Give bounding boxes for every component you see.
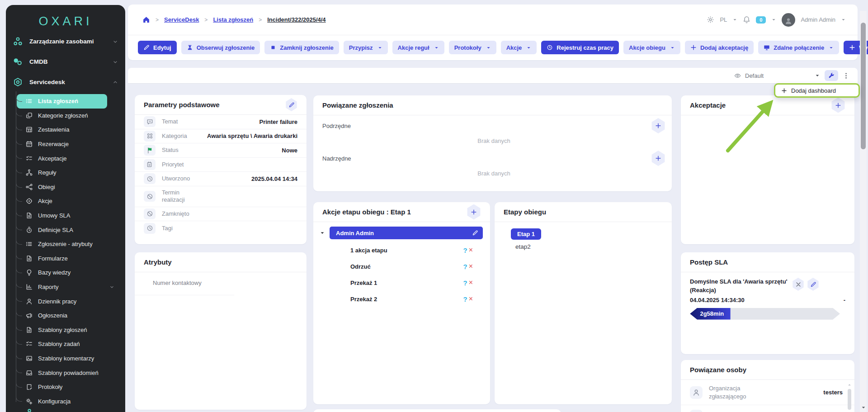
- breadcrumb-link-lista-zgloszen[interactable]: Lista zgłoszeń: [213, 16, 253, 23]
- rule-actions-button[interactable]: Akcje reguł: [392, 41, 444, 54]
- stage-action-row[interactable]: 1 akcja etapu ? ×: [313, 242, 490, 258]
- add-acceptance-button[interactable]: Dodaj akceptację: [685, 41, 754, 54]
- sidebar-item-definicje-sla[interactable]: Definicje SLA: [17, 223, 121, 237]
- collapse-caret-icon[interactable]: [320, 230, 325, 236]
- panel-header: Akceptacje: [681, 95, 854, 115]
- actions-button[interactable]: Akcje: [501, 41, 537, 54]
- assign-button[interactable]: Przypisz: [344, 41, 388, 54]
- sidebar-item-lista-zgloszen[interactable]: Lista zgłoszeń: [17, 94, 107, 109]
- assignee-bar[interactable]: Admin Admin: [330, 227, 483, 239]
- table-icon: [26, 126, 33, 133]
- help-icon[interactable]: ?: [463, 295, 467, 303]
- edit-params-button[interactable]: [285, 98, 297, 111]
- sidebar-item-akcje[interactable]: Akcje: [17, 194, 121, 208]
- breadcrumb-separator: >: [259, 17, 262, 23]
- sidebar-item-akceptacje[interactable]: Akceptacje: [17, 151, 121, 166]
- stage-badge-current[interactable]: Etap 1: [511, 228, 541, 240]
- sidebar-item-bazy-wiedzy[interactable]: Bazy wiedzy: [17, 265, 121, 280]
- help-icon[interactable]: ?: [463, 246, 467, 254]
- pencil-icon[interactable]: [472, 230, 478, 236]
- section-label: Zarządzanie zasobami: [29, 38, 106, 45]
- gear-icon[interactable]: [707, 16, 714, 24]
- remote-connection-button[interactable]: Zdalne połączenie: [758, 41, 839, 54]
- panel-atrybuty: Atrybuty Numer kontaktowy: [135, 252, 307, 410]
- home-icon[interactable]: [142, 16, 150, 24]
- add-dashboard-menu-item[interactable]: Dodaj dashboard: [774, 83, 860, 98]
- edit-sla-button[interactable]: [807, 278, 819, 291]
- language-selector[interactable]: PL: [720, 16, 727, 23]
- sidebar-item-szablony-zadan[interactable]: Szablony zadań: [17, 337, 121, 351]
- caret-down-icon: [434, 45, 439, 50]
- notification-badge[interactable]: 0: [756, 16, 766, 24]
- calendar-icon: [26, 141, 33, 147]
- sidebar-item-szablony-zgloszen[interactable]: Szablony zgłoszeń: [17, 323, 121, 337]
- add-child-ticket-button[interactable]: [651, 118, 665, 133]
- sidebar-item-ogloszenia[interactable]: Ogłoszenia: [17, 308, 121, 323]
- panel-title: Atrybuty: [144, 258, 172, 266]
- sidebar-item-formularze[interactable]: Formularze: [17, 251, 121, 266]
- dashboard-select[interactable]: Default: [734, 72, 820, 79]
- breadcrumb-separator: >: [156, 17, 159, 23]
- sidebar-section-cmdb[interactable]: CMDB: [6, 52, 125, 72]
- protocols-button[interactable]: Protokoły: [449, 41, 496, 54]
- edit-button[interactable]: Edytuj: [138, 41, 177, 54]
- sidebar-item-szablony-komentarzy[interactable]: Szablony komentarzy: [17, 351, 121, 366]
- sidebar-item-konfiguracja[interactable]: Konfiguracja: [17, 394, 121, 408]
- sidebar-item-dziennik-pracy[interactable]: Dziennik pracy: [17, 294, 121, 308]
- add-parent-ticket-button[interactable]: [651, 151, 665, 166]
- remove-icon[interactable]: ×: [469, 279, 473, 287]
- add-stage-action-button[interactable]: [467, 204, 481, 220]
- sidebar-item-protokoly[interactable]: Protokoły: [17, 380, 121, 394]
- menu-item-label: Dodaj dashboard: [791, 87, 836, 94]
- remove-icon[interactable]: ×: [469, 295, 473, 303]
- stage-action-row[interactable]: Przekaż 1 ? ×: [313, 275, 490, 291]
- remove-icon[interactable]: ×: [469, 246, 473, 254]
- sidebar-item-rezerwacje[interactable]: Rezerwacje: [17, 137, 121, 152]
- dashboard-settings-button[interactable]: [825, 70, 838, 81]
- caret-down-icon[interactable]: [732, 17, 737, 22]
- sidebar-item-zgloszenie-atrybuty[interactable]: Zgłoszenie - atrybuty: [17, 237, 121, 251]
- panel-scrollbar[interactable]: [848, 384, 851, 410]
- log-work-time-button[interactable]: Rejestruj czas pracy: [541, 41, 619, 54]
- param-row-tagi: Tagi: [135, 221, 307, 236]
- plus-icon: [655, 123, 661, 129]
- help-icon[interactable]: ?: [463, 279, 467, 287]
- param-value: Awaria sprzętu \ Awaria drukarki: [203, 133, 297, 139]
- sidebar-item-umowy-sla[interactable]: Umowy SLA: [17, 208, 121, 223]
- caret-down-icon[interactable]: [771, 17, 776, 22]
- kebab-menu-icon[interactable]: [843, 72, 849, 79]
- button-label: Obserwuj zgłoszenie: [197, 44, 255, 51]
- sidebar-section-servicedesk[interactable]: Servicedesk: [6, 72, 125, 92]
- breadcrumb-link-servicedesk[interactable]: ServiceDesk: [164, 16, 199, 23]
- assignee-row: Admin Admin: [313, 222, 490, 239]
- help-icon[interactable]: ?: [463, 263, 467, 270]
- scroll-up-icon[interactable]: [847, 383, 852, 387]
- scroll-down-icon[interactable]: [861, 405, 866, 410]
- bell-icon[interactable]: [743, 16, 750, 24]
- sidebar-item-label: Konfiguracja: [38, 398, 71, 405]
- sidebar-item-szablony-powiadomien[interactable]: Szablony powiadomień: [17, 365, 121, 380]
- sidebar-section-assets[interactable]: Zarządzanie zasobami: [6, 31, 125, 52]
- sidebar-item-reguly[interactable]: Reguły: [17, 166, 121, 180]
- sla-entry: Domyślne SLA dla 'Awaria sprzętu' (Reakc…: [681, 272, 854, 320]
- stage-action-row[interactable]: Przekaż 2 ? ×: [313, 291, 490, 307]
- remove-icon[interactable]: ×: [469, 262, 473, 270]
- related-group-podrzedne: Podrzędne Brak danych: [313, 115, 672, 148]
- add-acceptance-panel-button[interactable]: [831, 98, 845, 113]
- section-label: Servicedesk: [29, 79, 106, 85]
- sidebar-item-kategorie-zgloszen[interactable]: Kategorie zgłoszeń: [17, 109, 121, 123]
- sidebar-item-obiegi[interactable]: Obiegi: [17, 180, 121, 194]
- sidebar-item-zestawienia[interactable]: Zestawienia: [17, 123, 121, 137]
- scrollbar-thumb[interactable]: [848, 389, 851, 410]
- remove-sla-button[interactable]: [792, 278, 804, 291]
- observe-ticket-button[interactable]: Obserwuj zgłoszenie: [181, 41, 260, 54]
- page-scrollbar-thumb[interactable]: [861, 23, 866, 149]
- sidebar-item-raporty[interactable]: Raporty: [17, 280, 121, 294]
- caret-down-icon[interactable]: [841, 17, 846, 22]
- stage-action-row[interactable]: Odrzuć ? ×: [313, 258, 490, 275]
- user-menu[interactable]: Admin Admin: [801, 16, 835, 23]
- sidebar-item-label: Zestawienia: [38, 126, 69, 133]
- avatar[interactable]: [782, 13, 795, 27]
- close-ticket-button[interactable]: Zamknij zgłoszenie: [264, 41, 339, 54]
- workflow-actions-button[interactable]: Akcje obiegu: [623, 41, 680, 54]
